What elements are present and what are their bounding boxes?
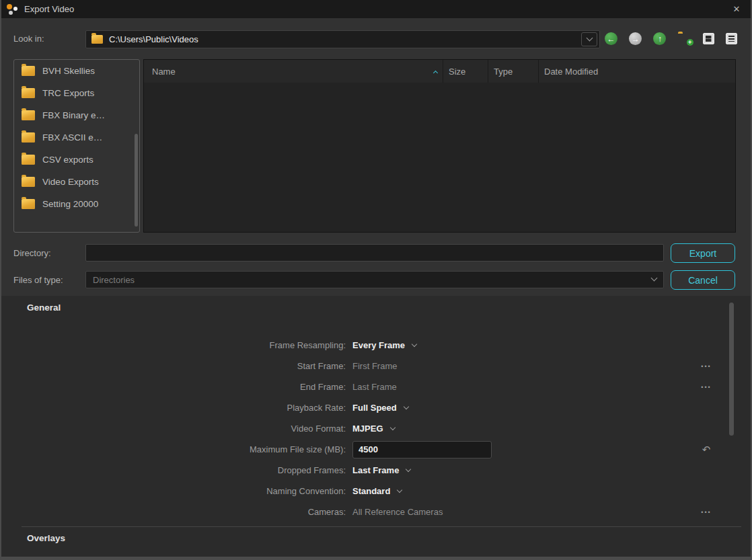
folder-name: Setting 20000 <box>42 199 98 209</box>
setting-label: Frame Resampling: <box>1 340 346 350</box>
folder-name: Video Exports <box>42 177 99 187</box>
look-in-combobox[interactable]: C:\Users\Public\Videos <box>85 30 600 48</box>
setting-label: Cameras: <box>1 507 346 517</box>
app-icon <box>7 3 19 15</box>
sidebar-folder-item[interactable]: TRC Exports <box>14 82 139 104</box>
folder-icon <box>22 155 35 165</box>
column-header[interactable]: Size <box>443 60 488 83</box>
folder-icon <box>22 66 35 76</box>
chevron-down-icon <box>586 35 593 42</box>
setting-label: Video Format: <box>1 424 346 434</box>
column-label: Size <box>449 67 465 77</box>
setting-input[interactable] <box>352 441 492 458</box>
setting-dropdown-value: MJPEG <box>352 424 383 434</box>
section-divider <box>22 526 741 527</box>
settings-row: Dropped Frames: Last Frame <box>1 460 751 481</box>
settings-row: Start Frame: First Frame ••• <box>1 356 751 376</box>
column-header[interactable]: Name <box>144 60 443 83</box>
window-title: Export Video <box>24 4 74 14</box>
reset-icon[interactable]: ↶ <box>697 444 716 456</box>
more-options-icon[interactable]: ••• <box>697 384 716 391</box>
setting-label: Dropped Frames: <box>1 465 346 475</box>
cancel-button[interactable]: Cancel <box>671 270 735 290</box>
forward-icon[interactable]: → <box>629 32 642 45</box>
files-of-type-combobox[interactable]: Directories <box>85 271 664 288</box>
setting-dropdown[interactable]: Full Speed <box>352 403 408 413</box>
file-list: Name Size Type Date Modified <box>143 59 736 233</box>
setting-dropdown-value: Every Frame <box>352 340 405 350</box>
chevron-down-icon <box>403 403 408 409</box>
setting-dropdown[interactable]: MJPEG <box>352 424 395 434</box>
sort-ascending-icon <box>433 70 438 75</box>
column-label: Type <box>494 67 513 77</box>
folder-name: FBX ASCII e… <box>42 132 102 143</box>
folder-icon <box>91 35 103 44</box>
setting-value-readonly: Last Frame <box>352 382 397 392</box>
new-folder-icon[interactable]: + <box>678 34 691 44</box>
setting-value-readonly: First Frame <box>352 361 397 371</box>
files-of-type-label: Files of type: <box>13 275 63 285</box>
settings-panel: General Frame Resampling: Every Frame <box>1 296 751 557</box>
setting-dropdown-value: Standard <box>352 486 390 496</box>
folder-icon <box>22 177 35 187</box>
settings-row: Maximum File size (MB): ↶ <box>1 439 751 460</box>
icon-view-icon[interactable] <box>703 33 714 44</box>
up-directory-icon[interactable]: ↑ <box>653 32 666 45</box>
look-in-label: Look in: <box>13 34 44 44</box>
settings-row: Video Format: MJPEG <box>1 418 751 439</box>
look-in-path: C:\Users\Public\Videos <box>109 34 198 44</box>
sidebar-folder-item[interactable]: FBX ASCII e… <box>14 126 139 149</box>
setting-dropdown[interactable]: Every Frame <box>352 340 416 350</box>
look-in-dropdown-button[interactable] <box>581 32 597 46</box>
settings-row: Cameras: All Reference Cameras ••• <box>1 502 751 522</box>
setting-label: Start Frame: <box>1 361 346 371</box>
sidebar-folder-item[interactable]: Setting 20000 <box>14 193 139 215</box>
setting-value-readonly: All Reference Cameras <box>352 507 443 517</box>
plus-badge: + <box>687 39 693 46</box>
setting-label: Playback Rate: <box>1 403 346 413</box>
title-bar: Export Video ✕ <box>0 0 752 18</box>
directory-input[interactable] <box>85 244 664 262</box>
chevron-down-icon <box>651 275 658 282</box>
setting-label: Maximum File size (MB): <box>1 444 346 454</box>
more-options-icon[interactable]: ••• <box>697 509 716 516</box>
column-label: Name <box>152 67 176 77</box>
settings-row: Naming Convention: Standard <box>1 481 751 502</box>
close-icon[interactable]: ✕ <box>728 4 745 14</box>
setting-label: Naming Convention: <box>1 486 346 496</box>
export-button[interactable]: Export <box>671 243 735 263</box>
file-list-header: Name Size Type Date Modified <box>144 60 735 83</box>
sidebar-scrollbar[interactable] <box>135 134 138 227</box>
sidebar-folder-item[interactable]: BVH Skellies <box>14 60 139 82</box>
files-of-type-value: Directories <box>93 275 135 285</box>
folder-name: TRC Exports <box>42 88 94 98</box>
column-header[interactable]: Date Modified <box>538 60 735 83</box>
chevron-down-icon <box>389 424 395 430</box>
setting-dropdown-value: Last Frame <box>352 465 399 475</box>
setting-dropdown[interactable]: Last Frame <box>352 465 410 475</box>
sidebar-folder-item[interactable]: Video Exports <box>14 171 139 193</box>
folder-icon <box>22 88 35 98</box>
folder-name: CSV exports <box>42 155 93 165</box>
folder-name: FBX Binary e… <box>42 110 105 120</box>
directory-label: Directory: <box>13 248 51 258</box>
setting-label: End Frame: <box>1 382 346 392</box>
settings-scrollbar[interactable] <box>729 303 734 436</box>
file-list-body[interactable] <box>144 83 735 232</box>
detail-view-icon[interactable] <box>726 33 737 44</box>
sidebar-folder-item[interactable]: CSV exports <box>14 149 139 171</box>
settings-row: End Frame: Last Frame ••• <box>1 376 751 397</box>
section-header-overlays: Overlays <box>27 533 751 545</box>
folder-icon <box>22 110 35 120</box>
back-icon[interactable]: ← <box>605 32 617 45</box>
more-options-icon[interactable]: ••• <box>697 363 716 370</box>
folder-icon <box>22 199 35 209</box>
sidebar-folder-item[interactable]: FBX Binary e… <box>14 104 139 126</box>
navigation-toolbar: ← → ↑ + <box>605 32 737 45</box>
general-settings-rows: Frame Resampling: Every Frame Start Fram… <box>1 335 751 522</box>
column-header[interactable]: Type <box>488 60 538 83</box>
settings-row: Playback Rate: Full Speed <box>1 397 751 418</box>
export-video-dialog: Export Video ✕ Look in: C:\Users\Public\… <box>0 0 752 560</box>
setting-dropdown[interactable]: Standard <box>352 486 402 496</box>
folder-icon <box>22 132 35 143</box>
